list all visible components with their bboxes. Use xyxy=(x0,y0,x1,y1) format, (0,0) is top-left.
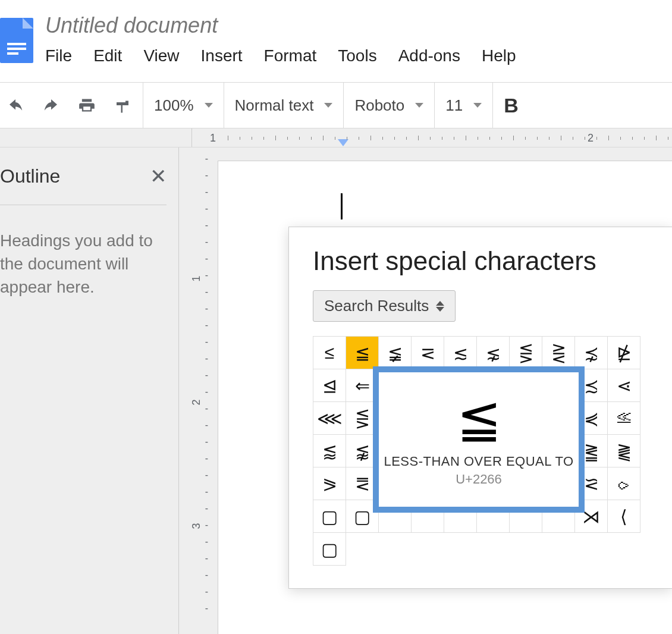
character-cell[interactable]: ⋖ xyxy=(608,369,640,402)
preview-name: LESS-THAN OVER EQUAL TO xyxy=(384,454,573,469)
header: Untitled document File Edit View Insert … xyxy=(0,0,672,82)
menu-add-ons[interactable]: Add-ons xyxy=(398,46,460,65)
chevron-down-icon xyxy=(324,103,332,108)
indent-marker-icon[interactable] xyxy=(338,139,348,146)
outline-title: Outline xyxy=(0,165,60,187)
character-cell[interactable]: ⪅ xyxy=(313,435,346,467)
character-cell[interactable]: ⊴ xyxy=(313,369,346,402)
menu-insert[interactable]: Insert xyxy=(201,46,243,65)
redo-icon[interactable] xyxy=(42,96,61,115)
character-cell[interactable]: ⪣ xyxy=(608,402,640,435)
chevron-down-icon xyxy=(415,103,423,108)
undo-icon[interactable] xyxy=(6,96,25,115)
docs-app-icon[interactable] xyxy=(0,18,33,63)
category-dropdown[interactable]: Search Results xyxy=(313,290,456,322)
chevron-down-icon xyxy=(205,103,213,108)
menu-tools[interactable]: Tools xyxy=(338,46,376,65)
character-cell[interactable]: ▢ xyxy=(313,500,346,533)
character-cell[interactable]: ⋜ xyxy=(412,337,444,369)
menu-file[interactable]: File xyxy=(45,46,72,65)
horizontal-ruler[interactable]: 1 2 xyxy=(0,128,672,147)
font-select[interactable]: Roboto xyxy=(354,96,423,115)
character-cell[interactable]: ⋦ xyxy=(477,337,510,369)
character-cell[interactable]: ≦ xyxy=(346,337,379,369)
print-icon[interactable] xyxy=(77,96,96,115)
character-cell[interactable]: ⪔ xyxy=(608,435,640,467)
document-page[interactable]: Insert special characters Search Results… xyxy=(218,161,672,634)
font-size-select[interactable]: 11 xyxy=(445,96,482,115)
close-icon[interactable]: ✕ xyxy=(150,164,167,188)
menu-format[interactable]: Format xyxy=(264,46,317,65)
menu-bar: File Edit View Insert Format Tools Add-o… xyxy=(45,46,672,65)
toolbar: 100% Normal text Roboto 11 B xyxy=(0,82,672,128)
preview-code: U+2266 xyxy=(456,472,502,487)
zoom-select[interactable]: 100% xyxy=(154,96,213,115)
character-cell[interactable]: ⋨ xyxy=(575,337,608,369)
character-cell[interactable]: ≲ xyxy=(444,337,477,369)
character-cell[interactable]: ⪖ xyxy=(313,467,346,500)
sort-arrows-icon xyxy=(436,301,444,312)
character-cell[interactable]: ⋘ xyxy=(313,402,346,435)
character-cell[interactable]: ⪧ xyxy=(608,467,640,500)
menu-help[interactable]: Help xyxy=(482,46,516,65)
character-cell[interactable]: ⋭ xyxy=(608,337,640,369)
text-cursor xyxy=(341,193,343,219)
menu-view[interactable]: View xyxy=(143,46,179,65)
character-cell[interactable]: ⋚ xyxy=(510,337,542,369)
chevron-down-icon xyxy=(473,103,482,108)
bold-button[interactable]: B xyxy=(493,94,529,117)
character-cell[interactable]: ▢ xyxy=(313,533,346,566)
document-title[interactable]: Untitled document xyxy=(45,13,672,38)
outline-panel: Outline ✕ Headings you add to the docume… xyxy=(0,147,178,634)
character-grid: ≤≦≨⋜≲⋦⋚⋛⋨⋭⊴⇐≾⋖⋘⋚⋞⪣⪅⪉⪒⪔⪖⪙⪝⪧▢▢⋊⟨ ≦ LESS-TH… xyxy=(313,336,640,533)
vertical-ruler[interactable]: ----------------------------123 xyxy=(178,147,213,634)
outline-hint: Headings you add to the document will ap… xyxy=(0,229,167,299)
paint-format-icon[interactable] xyxy=(113,96,132,115)
preview-glyph: ≦ xyxy=(457,392,501,445)
character-cell[interactable]: ≤ xyxy=(313,337,346,369)
special-characters-dialog: Insert special characters Search Results… xyxy=(288,227,672,589)
menu-edit[interactable]: Edit xyxy=(93,46,122,65)
dialog-title: Insert special characters xyxy=(313,246,648,276)
character-cell[interactable]: ⋛ xyxy=(542,337,575,369)
character-preview: ≦ LESS-THAN OVER EQUAL TO U+2266 xyxy=(373,366,585,513)
character-cell[interactable]: ≨ xyxy=(379,337,412,369)
paragraph-style-select[interactable]: Normal text xyxy=(235,96,333,115)
character-cell[interactable]: ⟨ xyxy=(608,500,640,533)
